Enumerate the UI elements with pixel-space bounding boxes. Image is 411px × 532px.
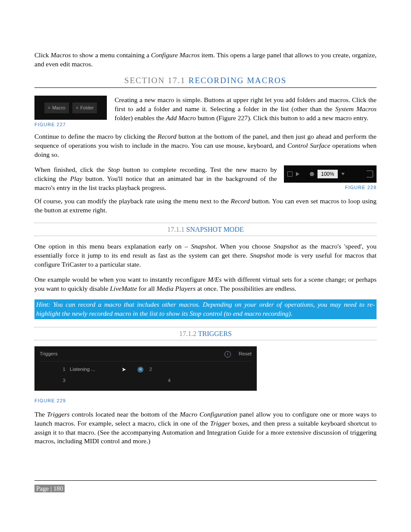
figure-227-image: + Macro + Folder: [34, 96, 107, 120]
trigger-number: 2: [143, 366, 156, 373]
page-footer: Page | 180: [34, 480, 377, 493]
paragraph: One option in this menu bears explanatio…: [34, 242, 377, 269]
paragraph: When finished, click the Stop button to …: [34, 165, 277, 193]
add-folder-button[interactable]: + Folder: [72, 103, 97, 113]
page-number: Page | 180: [34, 485, 65, 492]
add-macro-button[interactable]: + Macro: [44, 103, 69, 113]
subsection-prefix: 17.1.2: [179, 330, 198, 337]
macro-button-label: Macro: [52, 105, 65, 111]
trigger-row[interactable]: 1 Listening ... ➤ ✕ 2: [40, 364, 252, 375]
record-icon[interactable]: [310, 172, 314, 176]
paragraph: One example would be when you want to in…: [34, 275, 377, 293]
trigger-number: 4: [162, 377, 175, 384]
figure-228-caption: FIGURE 228: [284, 184, 377, 191]
hint-box: Hint: You can record a macro that includ…: [34, 299, 377, 319]
trigger-status: Listening ...: [70, 366, 139, 373]
cursor-icon: ➤: [121, 366, 126, 373]
subsection-prefix: 17.1.1: [167, 226, 186, 233]
section-17-1-heading: SECTION 17.1 RECORDING MACROS: [34, 75, 377, 88]
plus-icon: +: [76, 105, 78, 111]
paragraph: Continue to define the macro by clicking…: [34, 132, 377, 159]
trigger-number: 3: [40, 377, 70, 384]
folder-button-label: Folder: [80, 105, 93, 111]
section-prefix: SECTION 17.1: [125, 76, 189, 85]
figure-228-image: 100%: [284, 165, 377, 183]
subsection-title-link: TRIGGERS: [198, 330, 232, 337]
subsection-17-1-2-heading: 17.1.2 TRIGGERS: [34, 327, 377, 341]
section-title-link: RECORDING MACROS: [189, 76, 287, 85]
paragraph: Creating a new macro is simple. Buttons …: [115, 96, 377, 123]
paragraph: Of course, you can modify the playback r…: [34, 197, 377, 215]
subsection-17-1-1-heading: 17.1.1 SNAPSHOT MODE: [34, 223, 377, 236]
stop-icon[interactable]: [287, 171, 293, 177]
playback-rate-value[interactable]: 100%: [318, 170, 338, 178]
info-icon[interactable]: i: [224, 351, 231, 358]
reset-button[interactable]: Reset: [239, 351, 252, 358]
play-icon[interactable]: [296, 172, 299, 176]
dropdown-icon[interactable]: [341, 173, 345, 175]
plus-icon: +: [48, 105, 50, 111]
triggers-panel-label: Triggers: [40, 351, 58, 358]
loop-icon[interactable]: [366, 171, 373, 177]
trigger-row[interactable]: 3 4: [40, 375, 252, 386]
intro-paragraph: Click Macros to show a menu containing a…: [34, 51, 377, 69]
paragraph: The Triggers controls located near the b…: [34, 410, 377, 446]
figure-229-image: Triggers i Reset 1 Listening ... ➤ ✕ 2 3…: [34, 346, 257, 391]
subsection-title-link: SNAPSHOT MODE: [186, 226, 244, 233]
figure-229-caption: FIGURE 229: [34, 398, 377, 404]
trigger-number: 1: [40, 366, 70, 373]
figure-227-caption: FIGURE 227: [34, 121, 108, 128]
close-icon[interactable]: ✕: [137, 367, 143, 373]
